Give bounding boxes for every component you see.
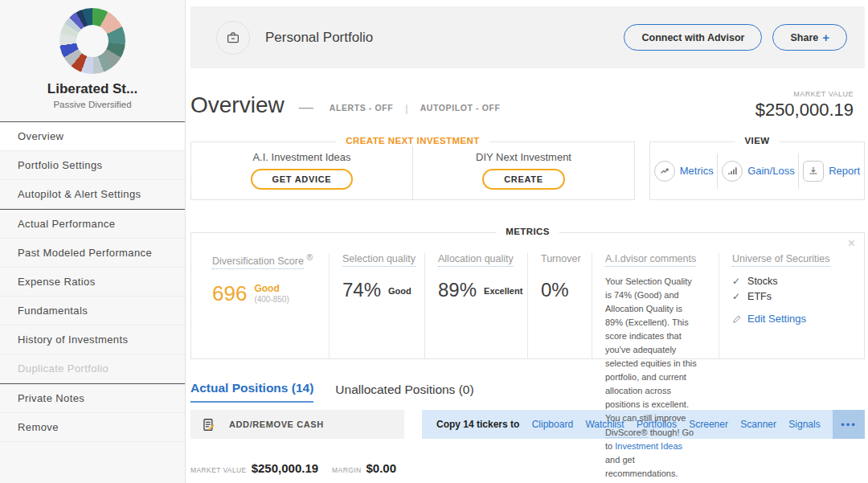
sidebar-item-fundamentals[interactable]: Fundamentals (0, 297, 185, 325)
diversification-score-label: Diversification Score (212, 256, 304, 267)
sidebar-item-remove[interactable]: Remove (0, 413, 185, 442)
sidebar-item-portfolio-settings[interactable]: Portfolio Settings (0, 151, 185, 180)
totals-market-value-label: MARKET VALUE (190, 466, 247, 474)
totals-margin-value: $0.00 (366, 461, 397, 475)
connect-with-advisor-label: Connect with Advisor (641, 32, 744, 43)
header-buttons: Connect with Advisor Share + (624, 24, 847, 51)
aidvisor-comments-header: A.I.dvisor comments (605, 253, 707, 264)
diversification-score-column: Diversification Score ® 696 Good (400-85… (212, 253, 330, 358)
aidvisor-comments-text: Your Selection Quality is 74% (Good) and… (605, 275, 707, 481)
sidebar-item-past-modeled-performance[interactable]: Past Modeled Performance (0, 239, 185, 268)
sidebar-item-history-of-investments[interactable]: History of Investments (0, 325, 185, 354)
check-icon: ✓ (732, 291, 740, 302)
aidvisor-comments-column: A.I.dvisor comments Your Selection Quali… (605, 253, 719, 358)
gauge-icon (654, 161, 675, 182)
allocation-quality-column: Allocation quality 89% Excellent (438, 253, 528, 358)
overview-content: Overview — ALERTS - OFF | AUTOPILOT - OF… (186, 90, 868, 475)
market-value-amount: $250,000.19 (755, 100, 854, 121)
allocation-quality-label: Allocation quality (438, 253, 514, 267)
copy-tickers-label: Copy 14 tickers to (436, 419, 519, 430)
allocation-quality-header: Allocation quality (438, 253, 516, 264)
share-label: Share (790, 32, 818, 43)
portfolio-donut-logo (59, 8, 125, 74)
diy-next-investment-section: DIY Next Investment CREATE (413, 142, 634, 199)
overview-title-row: Overview — ALERTS - OFF | AUTOPILOT - OF… (190, 90, 865, 121)
diversification-score-rating: Good (254, 283, 289, 294)
sidebar-menu: Overview Portfolio Settings Autopilot & … (0, 121, 185, 442)
totals-row: MARKET VALUE $250,000.19 MARGIN $0.00 (190, 461, 865, 475)
diversification-score-header: Diversification Score ® (212, 253, 317, 267)
ai-investment-ideas-section: A.I. Investment Ideas GET ADVICE (191, 142, 413, 199)
sidebar-item-duplicate-portfolio: Duplicate Portfolio (0, 354, 185, 383)
bar-chart-icon (722, 161, 743, 182)
more-options-button[interactable]: ••• (833, 410, 865, 439)
tab-actual-positions[interactable]: Actual Positions (14) (190, 381, 313, 403)
allocation-quality-value: 89% (438, 280, 477, 300)
sidebar-item-autopilot-alert-settings[interactable]: Autopilot & Alert Settings (0, 180, 185, 209)
universe-option-stocks: ✓Stocks (732, 276, 853, 287)
portfolio-sidebar: Liberated St... Passive Diversified Over… (0, 0, 186, 483)
etfs-label: ETFs (747, 291, 772, 302)
comments-text-3: and get recommendations. (605, 455, 678, 478)
view-gainloss-button[interactable]: Gain/Loss (722, 161, 795, 182)
main-content: Personal Portfolio Connect with Advisor … (186, 0, 868, 483)
badge-divider: | (405, 102, 407, 114)
turnover-value: 0% (541, 280, 569, 300)
sidebar-item-private-notes[interactable]: Private Notes (0, 383, 185, 413)
universe-of-securities-header: Universe of Securities (732, 253, 853, 264)
create-button[interactable]: CREATE (482, 169, 565, 190)
portfolio-strategy-subtitle: Passive Diversified (0, 100, 185, 109)
allocation-quality-rating: Excellent (484, 286, 522, 296)
plus-icon: + (822, 31, 829, 44)
positions-tabs: Actual Positions (14) Unallocated Positi… (190, 381, 865, 403)
download-icon (803, 161, 824, 182)
view-divider (798, 153, 799, 189)
close-icon[interactable]: × (848, 237, 855, 250)
selection-quality-value: 74% (342, 280, 381, 300)
get-advice-button[interactable]: GET ADVICE (251, 169, 354, 190)
portfolio-name: Liberated St... (0, 81, 185, 97)
diversification-score-range: (400-850) (254, 295, 289, 304)
selection-quality-label: Selection quality (342, 253, 416, 267)
view-metrics-label: Metrics (680, 165, 714, 177)
edit-settings-label: Edit Settings (747, 313, 806, 325)
autopilot-status-badge: AUTOPILOT - OFF (420, 103, 501, 113)
universe-of-securities-column: Universe of Securities ✓Stocks ✓ETFs Edi… (732, 253, 853, 358)
portfolio-title: Personal Portfolio (265, 30, 373, 46)
view-report-button[interactable]: Report (803, 161, 860, 182)
copy-to-clipboard-link[interactable]: Clipboard (532, 419, 573, 430)
totals-market-value: $250,000.19 (252, 461, 318, 475)
tab-unallocated-positions[interactable]: Unallocated Positions (0) (335, 383, 473, 403)
view-gainloss-label: Gain/Loss (747, 165, 795, 177)
metrics-panel-title: METRICS (496, 227, 559, 236)
create-next-investment-panel: CREATE NEXT INVESTMENT A.I. Investment I… (190, 141, 635, 200)
copy-to-signals-link[interactable]: Signals (788, 419, 820, 430)
portfolio-header: Personal Portfolio Connect with Advisor … (190, 6, 865, 68)
connect-with-advisor-button[interactable]: Connect with Advisor (624, 24, 762, 51)
copy-to-scanner-link[interactable]: Scanner (740, 419, 776, 430)
view-divider (717, 153, 718, 189)
divscore-term: DivScore® (605, 428, 648, 438)
selection-quality-header: Selection quality (342, 253, 413, 264)
create-panel-title: CREATE NEXT INVESTMENT (336, 136, 489, 145)
view-report-label: Report (829, 165, 860, 177)
comments-text-1: Your Selection Quality is 74% (Good) and… (605, 276, 697, 423)
totals-margin-label: MARGIN (332, 466, 361, 474)
investment-ideas-link[interactable]: Investment Ideas (615, 441, 682, 451)
page-title: Overview (190, 92, 285, 118)
view-metrics-button[interactable]: Metrics (654, 161, 714, 182)
sidebar-item-expense-ratios[interactable]: Expense Ratios (0, 268, 185, 297)
sidebar-item-actual-performance[interactable]: Actual Performance (0, 209, 185, 239)
share-button[interactable]: Share + (772, 24, 847, 51)
universe-of-securities-label: Universe of Securities (732, 253, 830, 267)
market-value-block: MARKET VALUE $250,000.19 (755, 90, 854, 121)
add-remove-cash-button[interactable]: ADD/REMOVE CASH (190, 410, 404, 439)
panels-row: CREATE NEXT INVESTMENT A.I. Investment I… (190, 141, 865, 200)
sidebar-item-overview[interactable]: Overview (0, 121, 185, 151)
logo-wrap (0, 0, 185, 74)
universe-option-etfs: ✓ETFs (732, 291, 853, 302)
selection-quality-rating: Good (388, 286, 411, 296)
selection-quality-column: Selection quality 74% Good (342, 253, 425, 358)
aidvisor-comments-label: A.I.dvisor comments (605, 253, 696, 267)
edit-settings-link[interactable]: Edit Settings (732, 313, 853, 325)
